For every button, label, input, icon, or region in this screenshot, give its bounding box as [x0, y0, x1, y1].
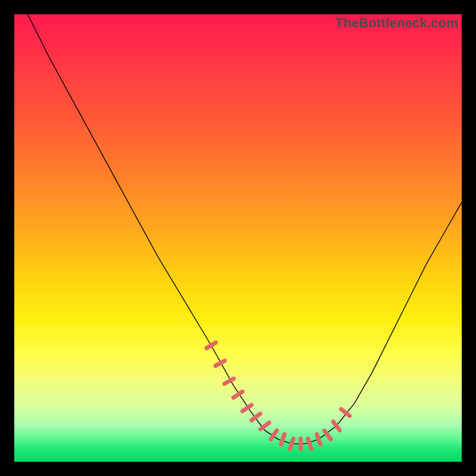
curve-tick [215, 361, 225, 366]
curve-tick [261, 422, 269, 429]
curve-tick [206, 343, 215, 348]
curve-tick [342, 409, 350, 416]
plot-frame: TheBottleneck.com [14, 14, 462, 462]
chart-svg [14, 14, 462, 462]
curve-tick [308, 439, 312, 449]
curve-tick [317, 434, 321, 444]
curve-tick-marks [206, 343, 349, 449]
curve-tick [290, 439, 293, 449]
bottleneck-curve [28, 14, 462, 444]
curve-tick [281, 434, 284, 444]
curve-tick [324, 431, 331, 439]
